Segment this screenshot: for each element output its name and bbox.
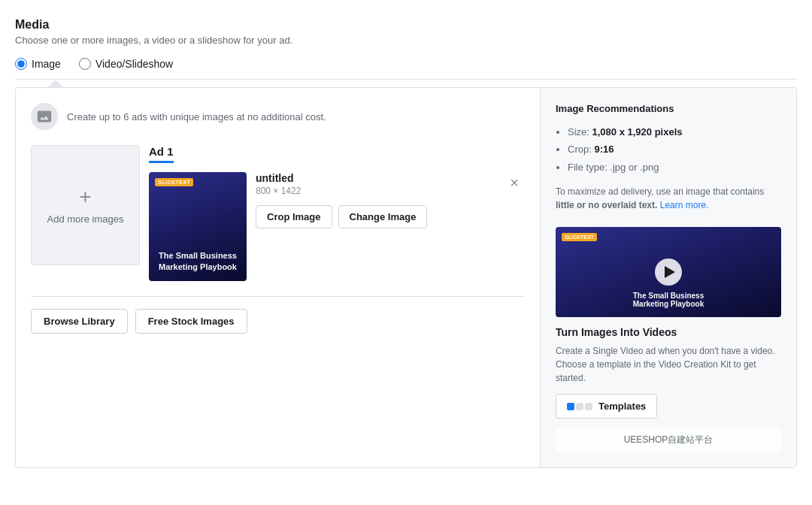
play-icon [655,259,682,286]
ad-thumbnail: SLICKTEXT The Small Business Marketing P… [149,172,247,281]
info-banner-text: Create up to 6 ads with unique images at… [67,111,326,122]
radio-image-input[interactable] [15,58,27,70]
media-section-desc: Choose one or more images, a video or a … [15,35,797,46]
rec-note: To maximize ad delivery, use an image th… [556,185,781,212]
thumbnail-badge: SLICKTEXT [155,178,193,186]
main-content-area: Create up to 6 ads with unique images at… [15,87,797,468]
rec-item-filetype: File type: .jpg or .png [568,159,781,176]
templates-button[interactable]: Templates [556,394,657,419]
ad-info: untitled 800 × 1422 Crop Image Change Im… [256,172,525,228]
ad-actions: Crop Image Change Image [256,205,525,228]
right-panel: Image Recommendations Size: 1,080 x 1,92… [541,88,796,467]
play-triangle [665,266,675,278]
learn-more-link[interactable]: Learn more. [660,200,709,210]
triangle-indicator [48,80,63,87]
recommendations-title: Image Recommendations [556,103,781,114]
media-section-title: Media [15,18,797,32]
left-panel: Create up to 6 ads with unique images at… [16,88,541,467]
info-icon [31,103,58,130]
radio-video-input[interactable] [79,58,91,70]
radio-video[interactable]: Video/Slideshow [79,58,173,70]
template-dot-3 [585,403,592,410]
templates-icon [567,403,592,410]
ad-dimensions: 800 × 1422 [256,186,525,196]
video-preview-badge: SLICKTEXT [562,233,597,241]
video-preview-text: The Small BusinessMarketing Playbook [565,292,772,308]
close-ad-button[interactable]: × [504,172,525,193]
image-placeholder-icon [37,109,52,124]
radio-image[interactable]: Image [15,58,61,70]
template-dot-1 [567,403,574,410]
plus-icon: + [79,186,91,207]
ad-image-row: SLICKTEXT The Small Business Marketing P… [149,172,525,281]
browse-library-button[interactable]: Browse Library [31,309,128,334]
add-more-images-button[interactable]: + Add more images [31,145,140,265]
radio-video-label: Video/Slideshow [95,58,173,70]
add-image-label: Add more images [47,213,124,225]
ad-filename: untitled [256,172,525,184]
rec-item-size: Size: 1,080 x 1,920 pixels [568,123,781,141]
images-row: + Add more images Ad 1 SLICKTEXT The Sma… [31,145,525,281]
change-image-button[interactable]: Change Image [338,205,428,228]
rec-item-crop: Crop: 9:16 [568,141,781,158]
templates-label: Templates [598,401,646,412]
video-preview: SLICKTEXT The Small BusinessMarketing Pl… [556,227,781,317]
watermark: UEESHOP自建站平台 [556,428,781,452]
radio-image-label: Image [32,58,61,70]
info-banner: Create up to 6 ads with unique images at… [31,103,525,130]
bottom-actions: Browse Library Free Stock Images [31,296,525,334]
ad-title: Ad 1 [149,145,174,163]
free-stock-images-button[interactable]: Free Stock Images [135,309,247,334]
video-card-desc: Create a Single Video ad when you don't … [556,344,781,385]
video-card-title: Turn Images Into Videos [556,326,781,338]
crop-image-button[interactable]: Crop Image [256,205,332,228]
thumbnail-text: The Small Business Marketing Playbook [159,250,237,272]
rec-list: Size: 1,080 x 1,920 pixels Crop: 9:16 Fi… [556,123,781,176]
template-dot-2 [576,403,583,410]
media-type-radio-group: Image Video/Slideshow [15,58,797,79]
ad-card: Ad 1 SLICKTEXT The Small Business Market… [149,145,525,281]
divider [15,79,797,80]
